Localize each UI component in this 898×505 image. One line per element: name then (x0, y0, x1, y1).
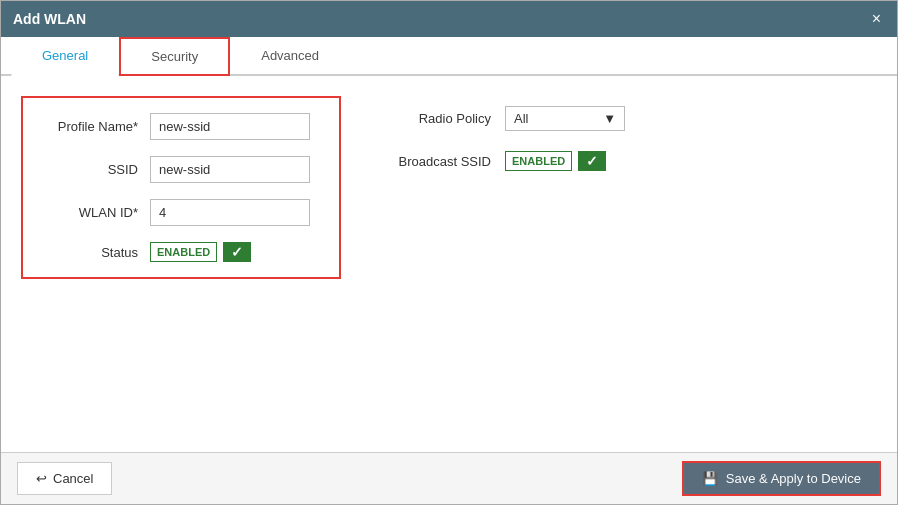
radio-policy-row: Radio Policy All ▼ (381, 106, 625, 131)
ssid-input[interactable] (150, 156, 310, 183)
profile-name-input[interactable] (150, 113, 310, 140)
wlan-id-input[interactable] (150, 199, 310, 226)
status-label: Status (38, 245, 138, 260)
dialog-header: Add WLAN × (1, 1, 897, 37)
broadcast-toggle-checkmark-icon: ✓ (586, 153, 598, 169)
radio-policy-select[interactable]: All ▼ (505, 106, 625, 131)
dialog-title: Add WLAN (13, 11, 86, 27)
broadcast-ssid-toggle-button[interactable]: ✓ (578, 151, 606, 171)
general-form-section: Profile Name* SSID WLAN ID* Status ENABL… (21, 96, 341, 279)
dialog-body: Profile Name* SSID WLAN ID* Status ENABL… (1, 76, 897, 452)
tab-advanced[interactable]: Advanced (230, 37, 350, 76)
tab-bar: General Security Advanced (1, 37, 897, 76)
status-toggle-group: ENABLED ✓ (150, 242, 251, 262)
save-icon: 💾 (702, 471, 718, 486)
save-apply-button[interactable]: 💾 Save & Apply to Device (682, 461, 881, 496)
chevron-down-icon: ▼ (603, 111, 616, 126)
cancel-button[interactable]: ↩ Cancel (17, 462, 112, 495)
dialog-footer: ↩ Cancel 💾 Save & Apply to Device (1, 452, 897, 504)
tab-general[interactable]: General (11, 37, 119, 76)
cancel-label: Cancel (53, 471, 93, 486)
tab-security[interactable]: Security (119, 37, 230, 76)
broadcast-ssid-toggle-label: ENABLED (505, 151, 572, 171)
status-toggle-button[interactable]: ✓ (223, 242, 251, 262)
broadcast-ssid-label: Broadcast SSID (381, 154, 491, 169)
save-apply-label: Save & Apply to Device (726, 471, 861, 486)
profile-name-row: Profile Name* (38, 113, 324, 140)
radio-policy-label: Radio Policy (381, 111, 491, 126)
cancel-icon: ↩ (36, 471, 47, 486)
profile-name-label: Profile Name* (38, 119, 138, 134)
right-form-section: Radio Policy All ▼ Broadcast SSID ENABLE… (381, 96, 625, 432)
close-button[interactable]: × (868, 10, 885, 28)
wlan-id-label: WLAN ID* (38, 205, 138, 220)
broadcast-ssid-row: Broadcast SSID ENABLED ✓ (381, 151, 625, 171)
broadcast-ssid-toggle-group: ENABLED ✓ (505, 151, 606, 171)
ssid-row: SSID (38, 156, 324, 183)
toggle-checkmark-icon: ✓ (231, 244, 243, 260)
add-wlan-dialog: Add WLAN × General Security Advanced Pro… (0, 0, 898, 505)
ssid-label: SSID (38, 162, 138, 177)
radio-policy-value: All (514, 111, 528, 126)
status-row: Status ENABLED ✓ (38, 242, 324, 262)
wlan-id-row: WLAN ID* (38, 199, 324, 226)
status-toggle-label: ENABLED (150, 242, 217, 262)
